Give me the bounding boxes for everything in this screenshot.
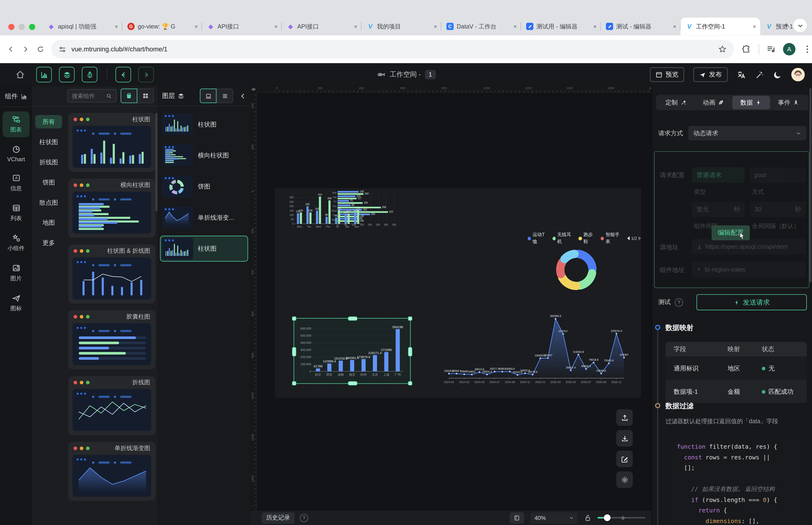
close-tab-icon[interactable]: × bbox=[434, 23, 437, 29]
component-card-单折线渐变图[interactable]: 单折线渐变图 bbox=[68, 442, 155, 501]
undo-button[interactable] bbox=[116, 67, 131, 82]
collapse-panel-icon[interactable] bbox=[240, 93, 246, 99]
sidebar-item-图标[interactable]: 图标 bbox=[3, 290, 30, 316]
publish-button[interactable]: 发布 bbox=[693, 67, 727, 82]
page-right-icon[interactable] bbox=[639, 236, 641, 240]
component-card-横向柱状图[interactable]: 横向柱状图 bbox=[68, 179, 155, 238]
chart-panel-toggle-button[interactable] bbox=[36, 67, 51, 82]
panel-scrollbar[interactable] bbox=[809, 88, 812, 282]
dark-mode-moon-icon[interactable] bbox=[773, 70, 782, 79]
tab-事件[interactable]: 事件 bbox=[770, 96, 807, 109]
category-折线图[interactable]: 折线图 bbox=[35, 155, 62, 169]
site-settings-icon[interactable] bbox=[59, 45, 66, 53]
category-柱状图[interactable]: 柱状图 bbox=[35, 135, 62, 149]
translate-icon[interactable] bbox=[737, 70, 746, 79]
bar-chart-widget[interactable]: 0501001502002503001202001508070110130130… bbox=[286, 188, 365, 231]
send-request-button[interactable]: 发送请求 bbox=[696, 294, 807, 310]
browser-tab-0[interactable]: ◆apisql | 功能强× bbox=[43, 18, 122, 35]
browser-tab-1[interactable]: Ggo-view: 🏆 G× bbox=[122, 18, 202, 35]
layer-item-0[interactable]: 柱状图 bbox=[160, 111, 248, 137]
layer-list-view-button[interactable] bbox=[217, 89, 233, 103]
design-canvas[interactable]: 020040060080010001200140016001800 -400-2… bbox=[250, 86, 651, 525]
search-input[interactable] bbox=[71, 92, 106, 100]
layer-item-4[interactable]: 柱状图 bbox=[160, 236, 248, 261]
component-card-胶囊柱图[interactable]: 胶囊柱图 bbox=[68, 310, 155, 369]
pie-chart-widget[interactable] bbox=[551, 245, 601, 295]
sidebar-item-图片[interactable]: 图片 bbox=[3, 260, 30, 286]
grid-view-button[interactable] bbox=[137, 89, 154, 103]
component-search[interactable] bbox=[67, 89, 117, 103]
sidebar-item-信息[interactable]: A信息 bbox=[3, 170, 30, 196]
browser-profile-avatar[interactable]: A bbox=[783, 43, 795, 56]
close-tab-icon[interactable]: × bbox=[753, 23, 756, 29]
zoom-select[interactable]: 40% bbox=[530, 512, 578, 524]
global-interval-field[interactable]: 30秒 bbox=[750, 201, 806, 217]
close-tab-icon[interactable]: × bbox=[593, 23, 597, 29]
close-tab-icon[interactable]: × bbox=[115, 23, 118, 29]
sidebar-item-图表[interactable]: 图表 bbox=[3, 111, 30, 137]
browser-tab-7[interactable]: 测试 - 编辑器× bbox=[601, 18, 680, 35]
resize-handle[interactable] bbox=[408, 381, 412, 385]
extensions-icon[interactable] bbox=[742, 44, 751, 54]
tab-动画[interactable]: 动画 bbox=[695, 96, 732, 109]
browser-tab-2[interactable]: ◆API接口× bbox=[202, 18, 282, 35]
sidebar-item-VChart[interactable]: VChart bbox=[3, 141, 30, 166]
browser-tab-9[interactable]: V预览-1× bbox=[760, 18, 812, 35]
selection-frame[interactable]: 0100,000200,000300,000400,000500,000600,… bbox=[294, 318, 411, 384]
filter-code-editor[interactable]: function filter(data, res) { const rows … bbox=[665, 433, 807, 525]
history-button[interactable]: 历史记录 bbox=[261, 512, 294, 524]
close-tab-icon[interactable]: × bbox=[274, 23, 278, 29]
resize-handle[interactable] bbox=[408, 347, 412, 356]
sidebar-item-列表[interactable]: 列表 bbox=[3, 200, 30, 226]
browser-tab-6[interactable]: 测试用 - 编辑器× bbox=[521, 18, 601, 35]
settings-gear-icon[interactable] bbox=[616, 471, 633, 488]
detail-panel-toggle-button[interactable] bbox=[82, 67, 97, 82]
bookmark-star-icon[interactable] bbox=[718, 45, 727, 54]
components-scrollbar[interactable] bbox=[155, 113, 158, 211]
mapping-row-1[interactable]: 数据项-1金额匹配成功 bbox=[665, 380, 807, 403]
workspace-number-badge[interactable]: 1 bbox=[425, 70, 436, 79]
browser-tab-3[interactable]: ◆API接口× bbox=[282, 18, 362, 35]
category-更多[interactable]: 更多 bbox=[35, 236, 62, 250]
back-icon[interactable] bbox=[7, 44, 15, 54]
preview-button[interactable]: 预览 bbox=[650, 67, 684, 82]
browser-tab-5[interactable]: CDataV - 工作台× bbox=[441, 18, 521, 35]
legend-item[interactable]: 无线耳机 bbox=[552, 231, 574, 245]
zoom-slider-knob[interactable] bbox=[604, 514, 610, 521]
component-interval-field[interactable]: 暂无秒 bbox=[692, 201, 745, 217]
page-left-icon[interactable] bbox=[627, 236, 630, 240]
browser-tab-8[interactable]: V工作空间-1× bbox=[680, 18, 760, 35]
tab-数据[interactable]: 数据 bbox=[732, 96, 770, 109]
pie-legend[interactable]: 运动T恤无线耳机跑步鞋智能手表1/2 bbox=[528, 231, 641, 245]
edit-button[interactable] bbox=[616, 451, 633, 467]
layer-item-1[interactable]: 横向柱状图 bbox=[160, 142, 248, 168]
category-散点图[interactable]: 散点图 bbox=[35, 196, 62, 209]
layers-panel-toggle-button[interactable] bbox=[59, 67, 74, 82]
eye-icon[interactable] bbox=[250, 86, 256, 92]
resize-handle[interactable] bbox=[292, 316, 296, 320]
help-icon[interactable]: ? bbox=[300, 514, 308, 522]
magic-wand-icon[interactable] bbox=[755, 70, 764, 79]
design-board[interactable]: 050100150200250300350Sun130160Sat110117F… bbox=[275, 188, 641, 398]
tab-定制[interactable]: 定制 bbox=[657, 96, 695, 109]
layer-item-2[interactable]: 饼图 bbox=[160, 174, 248, 199]
sidebar-item-小组件[interactable]: 小组件 bbox=[3, 230, 30, 256]
zoom-slider[interactable] bbox=[598, 514, 645, 522]
legend-item[interactable]: 跑步鞋 bbox=[579, 231, 596, 245]
lock-icon[interactable] bbox=[584, 514, 592, 522]
category-饼图[interactable]: 饼图 bbox=[35, 176, 62, 189]
redo-button[interactable] bbox=[138, 67, 154, 82]
resize-handle[interactable] bbox=[348, 316, 357, 320]
user-avatar[interactable] bbox=[791, 68, 805, 81]
line-chart-widget[interactable]: 23026.822965.6196681865230610.618924.433… bbox=[444, 309, 631, 387]
browser-tab-4[interactable]: V我的项目× bbox=[362, 18, 441, 35]
source-url-field[interactable]: https://open.apisql.cn/api/dem bbox=[692, 239, 806, 254]
resize-handle[interactable] bbox=[292, 347, 296, 356]
mapping-row-0[interactable]: 通用标识地区无 bbox=[665, 356, 807, 380]
component-card-柱状图[interactable]: 柱状图 bbox=[68, 113, 155, 172]
resize-handle[interactable] bbox=[292, 381, 296, 385]
legend-item[interactable]: 运动T恤 bbox=[528, 231, 548, 245]
minimize-window-icon[interactable] bbox=[18, 24, 25, 30]
search-icon[interactable] bbox=[106, 93, 112, 99]
layer-thumbnail-view-button[interactable] bbox=[200, 89, 217, 103]
